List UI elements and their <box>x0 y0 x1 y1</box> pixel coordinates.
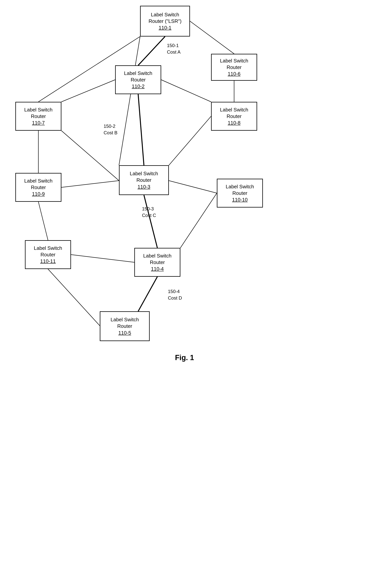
svg-line-9 <box>169 116 211 165</box>
svg-line-4 <box>161 80 211 102</box>
diagram: Label SwitchRouter ("LSR") 110-1 Label S… <box>0 0 369 577</box>
node-110-4: Label SwitchRouter 110-4 <box>134 248 180 277</box>
node-110-5-label: Label SwitchRouter <box>110 316 139 330</box>
node-110-10: Label SwitchRouter 110-10 <box>217 179 263 208</box>
node-110-4-id: 110-4 <box>151 266 164 272</box>
svg-line-14 <box>71 255 134 262</box>
svg-line-3 <box>138 94 144 165</box>
node-110-9-label: Label SwitchRouter <box>24 178 52 191</box>
edge-label-150-3: 150-3Cost C <box>142 206 156 219</box>
node-110-10-label: Label SwitchRouter <box>226 184 254 197</box>
node-110-3-id: 110-3 <box>138 184 150 190</box>
node-110-11-id: 110-11 <box>40 258 56 264</box>
node-110-9: Label SwitchRouter 110-9 <box>15 173 61 202</box>
node-110-1-id: 110-1 <box>159 25 171 31</box>
node-110-8-id: 110-8 <box>228 120 241 126</box>
svg-line-0 <box>138 37 165 65</box>
svg-line-16 <box>138 277 157 311</box>
node-110-2: Label SwitchRouter 110-2 <box>115 65 161 94</box>
node-110-7: Label SwitchRouter 110-7 <box>15 102 61 131</box>
svg-line-13 <box>169 181 217 193</box>
node-110-5-id: 110-5 <box>118 330 131 336</box>
svg-line-7 <box>61 131 119 181</box>
node-110-8-label: Label SwitchRouter <box>220 107 248 120</box>
node-110-8: Label SwitchRouter 110-8 <box>211 102 257 131</box>
edge-label-150-2: 150-2Cost B <box>104 123 118 136</box>
svg-line-17 <box>48 269 100 326</box>
svg-line-15 <box>180 193 217 248</box>
edge-label-150-4: 150-4Cost D <box>168 288 182 301</box>
svg-line-18 <box>119 37 140 165</box>
node-110-1: Label SwitchRouter ("LSR") 110-1 <box>140 6 190 37</box>
figure-caption: Fig. 1 <box>0 354 369 362</box>
node-110-11: Label SwitchRouter 110-11 <box>25 240 71 269</box>
edge-label-150-1: 150-1Cost A <box>167 42 180 55</box>
svg-line-2 <box>61 80 115 102</box>
node-110-11-label: Label SwitchRouter <box>34 245 62 258</box>
node-110-1-label: Label SwitchRouter ("LSR") <box>149 11 181 25</box>
node-110-6-label: Label SwitchRouter <box>220 58 248 71</box>
node-110-6-id: 110-6 <box>228 71 241 77</box>
node-110-2-id: 110-2 <box>132 84 145 89</box>
svg-line-11 <box>38 202 48 240</box>
svg-line-10 <box>61 181 119 187</box>
node-110-3-label: Label SwitchRouter <box>130 170 158 184</box>
svg-line-6 <box>190 21 234 54</box>
connections-svg <box>0 0 369 577</box>
node-110-4-label: Label SwitchRouter <box>143 253 171 266</box>
node-110-2-label: Label SwitchRouter <box>124 70 152 83</box>
node-110-10-id: 110-10 <box>232 197 248 203</box>
node-110-3: Label SwitchRouter 110-3 <box>119 165 169 195</box>
node-110-7-label: Label SwitchRouter <box>24 107 52 120</box>
node-110-9-id: 110-9 <box>32 191 45 197</box>
node-110-5: Label SwitchRouter 110-5 <box>100 311 150 341</box>
node-110-6: Label SwitchRouter 110-6 <box>211 54 257 81</box>
svg-line-12 <box>144 195 157 248</box>
node-110-7-id: 110-7 <box>32 120 45 126</box>
